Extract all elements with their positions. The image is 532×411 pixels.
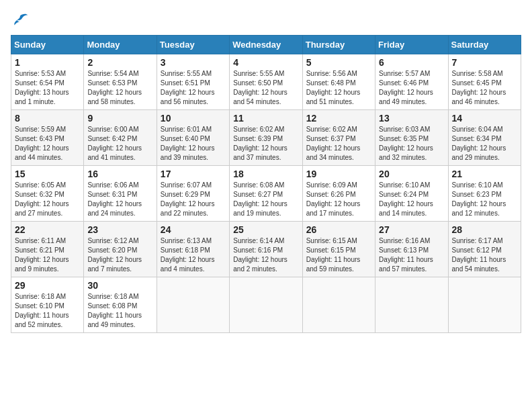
day-number: 22 — [15, 224, 80, 235]
day-info: Sunrise: 6:05 AM Sunset: 6:32 PM Dayligh… — [15, 181, 80, 218]
day-number: 21 — [452, 169, 517, 179]
week-row-2: 8Sunrise: 5:59 AM Sunset: 6:43 PM Daylig… — [11, 110, 521, 166]
calendar-cell: 13Sunrise: 6:03 AM Sunset: 6:35 PM Dayli… — [375, 110, 448, 166]
page-header — [11, 11, 521, 30]
day-number: 13 — [379, 113, 444, 124]
day-info: Sunrise: 6:06 AM Sunset: 6:31 PM Dayligh… — [87, 181, 152, 218]
calendar-cell: 11Sunrise: 6:02 AM Sunset: 6:39 PM Dayli… — [230, 110, 302, 166]
day-number: 10 — [161, 113, 226, 124]
day-info: Sunrise: 5:56 AM Sunset: 6:48 PM Dayligh… — [306, 69, 371, 107]
day-number: 7 — [452, 57, 517, 68]
day-info: Sunrise: 5:55 AM Sunset: 6:51 PM Dayligh… — [161, 69, 226, 107]
day-info: Sunrise: 6:01 AM Sunset: 6:40 PM Dayligh… — [161, 125, 226, 163]
day-info: Sunrise: 6:09 AM Sunset: 6:26 PM Dayligh… — [306, 181, 371, 218]
day-info: Sunrise: 5:57 AM Sunset: 6:46 PM Dayligh… — [379, 69, 444, 107]
calendar-table: SundayMondayTuesdayWednesdayThursdayFrid… — [11, 35, 521, 333]
calendar-cell: 12Sunrise: 6:02 AM Sunset: 6:37 PM Dayli… — [302, 110, 375, 166]
day-info: Sunrise: 6:03 AM Sunset: 6:35 PM Dayligh… — [379, 125, 444, 163]
day-info: Sunrise: 6:08 AM Sunset: 6:27 PM Dayligh… — [233, 181, 298, 218]
calendar-cell: 16Sunrise: 6:06 AM Sunset: 6:31 PM Dayli… — [84, 166, 157, 222]
day-number: 6 — [379, 57, 444, 68]
calendar-cell: 15Sunrise: 6:05 AM Sunset: 6:32 PM Dayli… — [11, 166, 84, 222]
day-info: Sunrise: 6:14 AM Sunset: 6:16 PM Dayligh… — [233, 236, 298, 274]
col-header-monday: Monday — [84, 36, 157, 54]
col-header-saturday: Saturday — [448, 36, 521, 54]
day-info: Sunrise: 5:58 AM Sunset: 6:45 PM Dayligh… — [452, 69, 517, 107]
calendar-cell: 8Sunrise: 5:59 AM Sunset: 6:43 PM Daylig… — [11, 110, 84, 166]
col-header-sunday: Sunday — [11, 36, 84, 54]
day-info: Sunrise: 6:02 AM Sunset: 6:37 PM Dayligh… — [306, 125, 371, 163]
day-info: Sunrise: 6:11 AM Sunset: 6:21 PM Dayligh… — [15, 236, 80, 274]
calendar-cell: 21Sunrise: 6:10 AM Sunset: 6:23 PM Dayli… — [448, 166, 521, 222]
day-number: 12 — [306, 113, 371, 124]
day-info: Sunrise: 6:00 AM Sunset: 6:42 PM Dayligh… — [87, 125, 152, 163]
day-number: 27 — [379, 224, 444, 235]
calendar-cell — [375, 277, 448, 333]
calendar-cell: 1Sunrise: 5:53 AM Sunset: 6:54 PM Daylig… — [11, 54, 84, 110]
logo-icon — [11, 11, 30, 30]
week-row-4: 22Sunrise: 6:11 AM Sunset: 6:21 PM Dayli… — [11, 222, 521, 277]
day-number: 15 — [15, 169, 80, 179]
day-info: Sunrise: 5:59 AM Sunset: 6:43 PM Dayligh… — [15, 125, 80, 163]
day-number: 14 — [452, 113, 517, 124]
col-header-friday: Friday — [375, 36, 448, 54]
calendar-cell: 2Sunrise: 5:54 AM Sunset: 6:53 PM Daylig… — [84, 54, 157, 110]
day-number: 5 — [306, 57, 371, 68]
day-info: Sunrise: 5:53 AM Sunset: 6:54 PM Dayligh… — [15, 69, 80, 107]
day-number: 30 — [87, 280, 152, 291]
day-info: Sunrise: 6:18 AM Sunset: 6:08 PM Dayligh… — [87, 292, 152, 330]
week-row-5: 29Sunrise: 6:18 AM Sunset: 6:10 PM Dayli… — [11, 277, 521, 333]
day-info: Sunrise: 6:07 AM Sunset: 6:29 PM Dayligh… — [161, 181, 226, 218]
day-info: Sunrise: 5:54 AM Sunset: 6:53 PM Dayligh… — [87, 69, 152, 107]
calendar-cell: 23Sunrise: 6:12 AM Sunset: 6:20 PM Dayli… — [84, 222, 157, 277]
day-number: 25 — [233, 224, 298, 235]
day-info: Sunrise: 6:13 AM Sunset: 6:18 PM Dayligh… — [161, 236, 226, 274]
calendar-cell: 6Sunrise: 5:57 AM Sunset: 6:46 PM Daylig… — [375, 54, 448, 110]
calendar-cell: 17Sunrise: 6:07 AM Sunset: 6:29 PM Dayli… — [157, 166, 229, 222]
calendar-cell: 7Sunrise: 5:58 AM Sunset: 6:45 PM Daylig… — [448, 54, 521, 110]
calendar-cell: 25Sunrise: 6:14 AM Sunset: 6:16 PM Dayli… — [230, 222, 302, 277]
day-number: 11 — [233, 113, 298, 124]
day-number: 28 — [452, 224, 517, 235]
calendar-cell — [302, 277, 375, 333]
calendar-cell: 24Sunrise: 6:13 AM Sunset: 6:18 PM Dayli… — [157, 222, 229, 277]
calendar-cell — [157, 277, 229, 333]
calendar-cell: 5Sunrise: 5:56 AM Sunset: 6:48 PM Daylig… — [302, 54, 375, 110]
day-info: Sunrise: 6:10 AM Sunset: 6:23 PM Dayligh… — [452, 181, 517, 218]
calendar-cell: 30Sunrise: 6:18 AM Sunset: 6:08 PM Dayli… — [84, 277, 157, 333]
day-number: 3 — [161, 57, 226, 68]
calendar-cell — [448, 277, 521, 333]
day-info: Sunrise: 6:15 AM Sunset: 6:15 PM Dayligh… — [306, 236, 371, 274]
calendar-header-row: SundayMondayTuesdayWednesdayThursdayFrid… — [11, 36, 521, 54]
calendar-cell: 29Sunrise: 6:18 AM Sunset: 6:10 PM Dayli… — [11, 277, 84, 333]
day-number: 29 — [15, 280, 80, 291]
col-header-tuesday: Tuesday — [157, 36, 229, 54]
day-number: 8 — [15, 113, 80, 124]
calendar-cell: 28Sunrise: 6:17 AM Sunset: 6:12 PM Dayli… — [448, 222, 521, 277]
day-number: 18 — [233, 169, 298, 179]
logo — [11, 11, 32, 30]
day-number: 16 — [87, 169, 152, 179]
day-info: Sunrise: 6:02 AM Sunset: 6:39 PM Dayligh… — [233, 125, 298, 163]
calendar-cell: 22Sunrise: 6:11 AM Sunset: 6:21 PM Dayli… — [11, 222, 84, 277]
day-info: Sunrise: 6:18 AM Sunset: 6:10 PM Dayligh… — [15, 292, 80, 330]
day-number: 4 — [233, 57, 298, 68]
day-info: Sunrise: 5:55 AM Sunset: 6:50 PM Dayligh… — [233, 69, 298, 107]
day-info: Sunrise: 6:17 AM Sunset: 6:12 PM Dayligh… — [452, 236, 517, 274]
day-number: 20 — [379, 169, 444, 179]
day-info: Sunrise: 6:12 AM Sunset: 6:20 PM Dayligh… — [87, 236, 152, 274]
calendar-cell: 10Sunrise: 6:01 AM Sunset: 6:40 PM Dayli… — [157, 110, 229, 166]
calendar-cell: 18Sunrise: 6:08 AM Sunset: 6:27 PM Dayli… — [230, 166, 302, 222]
calendar-cell — [230, 277, 302, 333]
day-number: 2 — [87, 57, 152, 68]
day-number: 19 — [306, 169, 371, 179]
week-row-1: 1Sunrise: 5:53 AM Sunset: 6:54 PM Daylig… — [11, 54, 521, 110]
day-number: 9 — [87, 113, 152, 124]
col-header-wednesday: Wednesday — [230, 36, 302, 54]
calendar-cell: 9Sunrise: 6:00 AM Sunset: 6:42 PM Daylig… — [84, 110, 157, 166]
calendar-cell: 27Sunrise: 6:16 AM Sunset: 6:13 PM Dayli… — [375, 222, 448, 277]
day-number: 24 — [161, 224, 226, 235]
day-number: 1 — [15, 57, 80, 68]
calendar-cell: 14Sunrise: 6:04 AM Sunset: 6:34 PM Dayli… — [448, 110, 521, 166]
calendar-cell: 19Sunrise: 6:09 AM Sunset: 6:26 PM Dayli… — [302, 166, 375, 222]
